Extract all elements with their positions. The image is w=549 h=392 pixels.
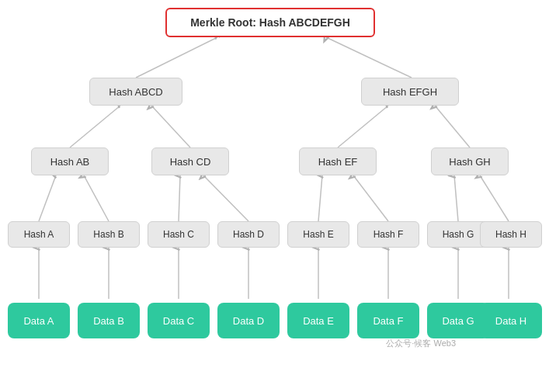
svg-line-6 bbox=[39, 175, 56, 221]
svg-line-11 bbox=[353, 175, 388, 221]
svg-line-5 bbox=[435, 106, 470, 147]
node-hash-abcd: Hash ABCD bbox=[89, 78, 182, 106]
node-hash-cd: Hash CD bbox=[151, 147, 229, 175]
node-hash-h: Hash H bbox=[480, 221, 542, 248]
node-hash-b: Hash B bbox=[78, 221, 140, 248]
node-data-d: Data D bbox=[217, 303, 280, 338]
node-hash-ef: Hash EF bbox=[299, 147, 377, 175]
node-hash-a: Hash A bbox=[8, 221, 70, 248]
svg-line-10 bbox=[318, 175, 322, 221]
svg-line-8 bbox=[179, 175, 180, 221]
tree-container: Merkle Root: Hash ABCDEFGH Hash ABCD Has… bbox=[0, 0, 549, 392]
node-hash-f: Hash F bbox=[357, 221, 419, 248]
node-hash-ab: Hash AB bbox=[31, 147, 109, 175]
node-hash-c: Hash C bbox=[148, 221, 210, 248]
node-data-h: Data H bbox=[480, 303, 542, 338]
node-hash-gh: Hash GH bbox=[431, 147, 509, 175]
node-merkle-root: Merkle Root: Hash ABCDEFGH bbox=[165, 8, 375, 37]
node-data-a: Data A bbox=[8, 303, 70, 338]
svg-line-0 bbox=[136, 37, 217, 78]
node-hash-d: Hash D bbox=[217, 221, 280, 248]
svg-line-13 bbox=[480, 175, 509, 221]
svg-line-2 bbox=[70, 106, 120, 147]
node-data-f: Data F bbox=[357, 303, 419, 338]
svg-line-9 bbox=[203, 175, 248, 221]
svg-line-1 bbox=[326, 37, 412, 78]
node-hash-e: Hash E bbox=[287, 221, 349, 248]
svg-line-4 bbox=[338, 106, 388, 147]
node-hash-efgh: Hash EFGH bbox=[361, 78, 459, 106]
node-data-b: Data B bbox=[78, 303, 140, 338]
watermark: 公众号·候客 Web3 bbox=[386, 338, 456, 349]
svg-line-3 bbox=[151, 106, 190, 147]
svg-line-7 bbox=[84, 175, 109, 221]
node-data-c: Data C bbox=[148, 303, 210, 338]
node-data-e: Data E bbox=[287, 303, 349, 338]
svg-line-12 bbox=[454, 175, 458, 221]
